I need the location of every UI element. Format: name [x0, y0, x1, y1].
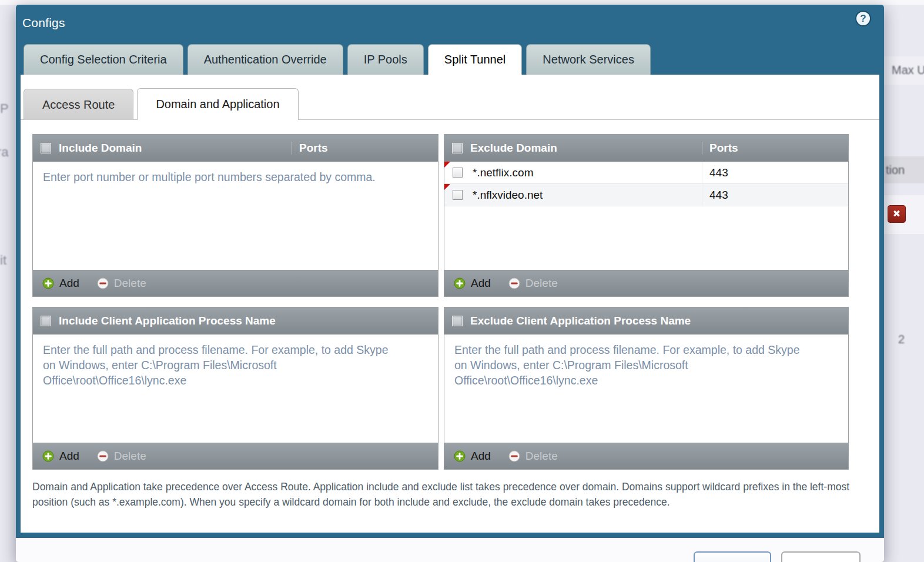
- background-row-fragment: tion: [883, 156, 924, 183]
- precedence-note: Domain and Application take precedence o…: [32, 479, 853, 510]
- exclude-app-table: Exclude Client Application Process Name …: [444, 307, 849, 470]
- background-text-fragment: it: [0, 253, 6, 268]
- exclude-domain-ports-value: 443: [702, 184, 848, 206]
- exclude-domain-toolbar: Add Delete: [444, 270, 848, 296]
- include-domain-delete-button[interactable]: Delete: [97, 277, 146, 290]
- exclude-app-add-button[interactable]: Add: [454, 450, 491, 463]
- background-row-fragment: ✖: [883, 195, 924, 234]
- background-page-strip: [0, 0, 924, 5]
- include-domain-column-header: Include Domain: [59, 142, 292, 155]
- table-row[interactable]: *.netflix.com 443: [444, 162, 848, 184]
- delete-button-label: Delete: [114, 277, 146, 290]
- row-checkbox[interactable]: [453, 168, 463, 178]
- main-tab-bar: Config Selection Criteria Authentication…: [24, 44, 651, 75]
- exclude-domain-column-header: Exclude Domain: [470, 142, 702, 155]
- background-text-fragment: ra: [0, 145, 9, 160]
- include-app-delete-button[interactable]: Delete: [97, 450, 146, 463]
- add-icon: [42, 277, 54, 289]
- delete-icon: [508, 450, 520, 462]
- add-button-label: Add: [59, 450, 79, 463]
- include-app-header-row: Include Client Application Process Name: [33, 307, 438, 334]
- include-domain-table-body: Enter port number or multiple port numbe…: [33, 162, 438, 270]
- exclude-domain-value: *.netflix.com: [470, 166, 702, 179]
- include-app-select-all-checkbox[interactable]: [41, 316, 51, 326]
- background-text-fragment: Max U: [883, 56, 924, 77]
- ok-button[interactable]: [694, 551, 771, 562]
- background-text-fragment: P: [0, 101, 9, 116]
- split-tunnel-panel: Access Route Domain and Application Incl…: [21, 75, 879, 533]
- modified-marker: [444, 162, 450, 168]
- exclude-domain-select-all-checkbox[interactable]: [452, 143, 463, 153]
- include-app-toolbar: Add Delete: [33, 443, 438, 469]
- exclude-app-delete-button[interactable]: Delete: [508, 450, 558, 463]
- tab-config-selection-criteria[interactable]: Config Selection Criteria: [24, 44, 183, 75]
- exclude-domain-value: *.nflxvideo.net: [470, 189, 702, 202]
- add-icon: [42, 450, 54, 462]
- exclude-app-column-header: Exclude Client Application Process Name: [470, 315, 848, 327]
- exclude-domain-table-body: *.netflix.com 443 *.nflxvideo.net 443: [444, 162, 848, 270]
- help-icon[interactable]: ?: [855, 11, 871, 26]
- exclude-domain-delete-button[interactable]: Delete: [508, 277, 558, 290]
- include-domain-select-all-checkbox[interactable]: [41, 143, 51, 153]
- add-icon: [454, 450, 466, 462]
- subtab-access-route[interactable]: Access Route: [24, 89, 133, 120]
- include-domain-toolbar: Add Delete: [33, 270, 438, 296]
- exclude-domain-add-button[interactable]: Add: [454, 277, 491, 290]
- dialog-title: Configs: [22, 16, 65, 30]
- exclude-domain-header-row: Exclude Domain Ports: [444, 135, 848, 162]
- add-button-label: Add: [59, 277, 79, 290]
- delete-button-label: Delete: [525, 450, 558, 463]
- include-domain-header-row: Include Domain Ports: [33, 135, 438, 162]
- background-column-header: Max U: [883, 56, 924, 85]
- delete-icon: [97, 277, 109, 289]
- include-domain-placeholder: Enter port number or multiple port numbe…: [33, 162, 438, 192]
- delete-icon: [97, 450, 109, 462]
- add-icon: [454, 277, 466, 289]
- dialog-footer: [16, 538, 884, 562]
- delete-button-label: Delete: [525, 277, 558, 290]
- include-domain-ports-column-header: Ports: [292, 142, 438, 155]
- exclude-app-table-body: Enter the full path and process filename…: [444, 334, 848, 443]
- include-app-table: Include Client Application Process Name …: [32, 307, 438, 470]
- tab-network-services[interactable]: Network Services: [526, 44, 651, 75]
- exclude-domain-ports-value: 443: [702, 162, 848, 183]
- include-app-add-button[interactable]: Add: [42, 450, 79, 463]
- subtab-domain-and-application[interactable]: Domain and Application: [137, 88, 298, 120]
- exclude-app-select-all-checkbox[interactable]: [452, 316, 463, 326]
- include-domain-table: Include Domain Ports Enter port number o…: [32, 134, 438, 297]
- background-text-fragment: 2: [898, 333, 905, 346]
- include-app-table-body: Enter the full path and process filename…: [33, 334, 438, 443]
- include-domain-add-button[interactable]: Add: [42, 277, 79, 290]
- exclude-domain-ports-column-header: Ports: [702, 142, 848, 155]
- add-button-label: Add: [471, 277, 491, 290]
- exclude-app-header-row: Exclude Client Application Process Name: [444, 307, 848, 334]
- modified-marker: [444, 184, 450, 190]
- row-checkbox[interactable]: [453, 190, 463, 200]
- exclude-app-toolbar: Add Delete: [444, 443, 848, 469]
- delete-button-label: Delete: [114, 450, 146, 463]
- exclude-domain-table: Exclude Domain Ports *.netflix.com 443: [444, 134, 849, 297]
- dialog-frame: Configs ? Config Selection Criteria Auth…: [16, 5, 884, 538]
- background-remove-icon: ✖: [888, 205, 906, 223]
- exclude-app-placeholder: Enter the full path and process filename…: [444, 334, 812, 396]
- include-app-column-header: Include Client Application Process Name: [59, 315, 438, 327]
- add-button-label: Add: [471, 450, 491, 463]
- table-row[interactable]: *.nflxvideo.net 443: [444, 184, 848, 206]
- delete-icon: [508, 277, 520, 289]
- include-app-placeholder: Enter the full path and process filename…: [33, 334, 400, 396]
- tab-split-tunnel[interactable]: Split Tunnel: [428, 44, 523, 75]
- configs-dialog: Configs ? Config Selection Criteria Auth…: [16, 5, 884, 562]
- tab-ip-pools[interactable]: IP Pools: [347, 44, 424, 75]
- tab-authentication-override[interactable]: Authentication Override: [188, 44, 343, 75]
- background-text-fragment: tion: [883, 156, 924, 177]
- sub-tab-bar: Access Route Domain and Application: [24, 88, 299, 120]
- cancel-button[interactable]: [781, 551, 861, 562]
